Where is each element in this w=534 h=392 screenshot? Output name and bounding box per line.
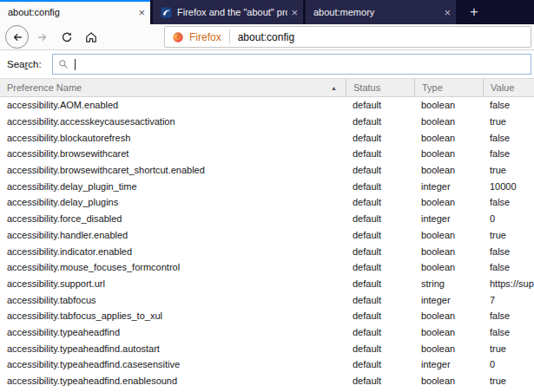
pref-status-cell: default: [346, 246, 414, 257]
search-label: Search:: [7, 59, 42, 69]
tab-1[interactable]: about:config×: [0, 0, 150, 24]
column-label: Status: [353, 82, 380, 93]
forward-arrow-icon: [36, 31, 49, 43]
tab-title: about:config: [8, 1, 135, 23]
pref-value-cell: true: [483, 116, 534, 127]
pref-name-cell: accessibility.support.url: [0, 278, 346, 289]
pref-name-cell: accessibility.force_disabled: [0, 213, 346, 224]
table-row[interactable]: accessibility.typeaheadfind.casesensitiv…: [0, 356, 534, 373]
firefox-article-icon: [161, 7, 172, 18]
table-row[interactable]: accessibility.mouse_focuses_formcontrol …: [0, 259, 534, 276]
pref-status-cell: default: [346, 197, 414, 207]
table-row[interactable]: accessibility.blockautorefresh default b…: [0, 129, 534, 146]
pref-type-cell: boolean: [414, 197, 483, 207]
pref-value-cell: 0: [483, 359, 534, 369]
pref-status-cell: default: [346, 295, 414, 305]
pref-status-cell: default: [346, 343, 414, 354]
pref-value-cell: false: [483, 327, 534, 337]
tab-2[interactable]: Firefox and the "about" protoc×: [153, 0, 303, 24]
table-row[interactable]: accessibility.browsewithcaret default bo…: [0, 146, 534, 162]
column-label: Preference Name: [7, 82, 82, 93]
tab-close-icon[interactable]: ×: [291, 7, 298, 18]
tab-close-icon[interactable]: ×: [444, 7, 451, 18]
table-row[interactable]: accessibility.AOM.enabled default boolea…: [0, 97, 534, 114]
pref-value-cell: false: [483, 133, 534, 143]
pref-type-cell: boolean: [414, 148, 483, 159]
pref-name-cell: accessibility.browsewithcaret: [0, 148, 346, 159]
table-row[interactable]: accessibility.browsewithcaret_shortcut.e…: [0, 162, 534, 179]
pref-type-cell: integer: [414, 213, 483, 224]
pref-type-cell: boolean: [414, 343, 483, 354]
pref-type-cell: boolean: [414, 376, 483, 386]
pref-type-cell: boolean: [414, 116, 483, 127]
url-text[interactable]: about:config: [230, 31, 294, 43]
pref-status-cell: default: [346, 327, 414, 337]
pref-status-cell: default: [346, 230, 414, 240]
pref-status-cell: default: [346, 100, 414, 110]
column-header-type[interactable]: Type: [414, 79, 483, 96]
pref-status-cell: default: [346, 359, 414, 369]
table-row[interactable]: accessibility.typeaheadfind.autostart de…: [0, 340, 534, 356]
magnifier-icon: [58, 59, 69, 69]
table-row[interactable]: accessibility.accesskeycausesactivation …: [0, 114, 534, 130]
tab-bar: about:config×Firefox and the "about" pro…: [0, 0, 534, 24]
pref-type-cell: boolean: [414, 327, 483, 337]
pref-name-cell: accessibility.AOM.enabled: [0, 100, 346, 110]
table-row[interactable]: accessibility.delay_plugin_time default …: [0, 178, 534, 194]
table-row[interactable]: accessibility.handler.enabled default bo…: [0, 227, 534, 244]
pref-status-cell: default: [346, 116, 414, 127]
pref-name-cell: accessibility.blockautorefresh: [0, 133, 346, 143]
pref-type-cell: boolean: [414, 246, 483, 257]
table-row[interactable]: accessibility.tabfocus_applies_to_xul de…: [0, 308, 534, 324]
pref-name-cell: accessibility.handler.enabled: [0, 230, 346, 240]
pref-status-cell: default: [346, 133, 414, 143]
tab-3[interactable]: about:memory×: [306, 0, 456, 24]
pref-value-cell: true: [483, 376, 534, 386]
tab-close-icon[interactable]: ×: [138, 7, 145, 18]
search-input[interactable]: [52, 54, 531, 75]
pref-type-cell: boolean: [414, 262, 483, 272]
pref-type-cell: integer: [414, 359, 483, 369]
new-tab-button[interactable]: +: [461, 0, 487, 24]
pref-type-cell: integer: [414, 181, 483, 192]
pref-type-cell: boolean: [414, 165, 483, 175]
table-row[interactable]: accessibility.force_disabled default int…: [0, 211, 534, 227]
forward-button[interactable]: [32, 27, 53, 48]
pref-type-cell: boolean: [414, 230, 483, 240]
back-button[interactable]: [5, 25, 29, 49]
table-row[interactable]: accessibility.tabfocus default integer 7: [0, 291, 534, 308]
column-header-status[interactable]: Status: [346, 79, 414, 96]
home-button[interactable]: [81, 27, 102, 48]
identity-label: Firefox: [189, 31, 221, 43]
pref-name-cell: accessibility.typeaheadfind.enablesound: [0, 376, 346, 386]
table-row[interactable]: accessibility.typeaheadfind.enabletimeou…: [0, 389, 534, 392]
pref-status-cell: default: [346, 376, 414, 386]
pref-name-cell: accessibility.typeaheadfind.casesensitiv…: [0, 359, 346, 369]
pref-type-cell: boolean: [414, 100, 483, 110]
column-header-preference-name[interactable]: Preference Name ▲: [0, 79, 346, 96]
pref-name-cell: accessibility.typeaheadfind.autostart: [0, 343, 346, 354]
address-bar[interactable]: Firefox about:config: [164, 26, 531, 48]
column-label: Value: [491, 82, 514, 93]
pref-value-cell: 0: [483, 213, 534, 224]
table-row[interactable]: accessibility.delay_plugins default bool…: [0, 194, 534, 211]
back-arrow-icon: [11, 31, 23, 43]
pref-status-cell: default: [346, 278, 414, 289]
pref-name-cell: accessibility.indicator.enabled: [0, 246, 346, 257]
pref-type-cell: integer: [414, 295, 483, 305]
table-row[interactable]: accessibility.support.url default string…: [0, 276, 534, 292]
identity-box[interactable]: Firefox: [165, 27, 229, 47]
pref-value-cell: false: [483, 262, 534, 272]
pref-name-cell: accessibility.mouse_focuses_formcontrol: [0, 262, 346, 272]
table-row[interactable]: accessibility.typeaheadfind.enablesound …: [0, 373, 534, 389]
pref-value-cell: true: [483, 343, 534, 354]
text-caret: [75, 59, 76, 70]
pref-name-cell: accessibility.delay_plugins: [0, 197, 346, 207]
pref-type-cell: string: [414, 278, 483, 289]
pref-status-cell: default: [346, 181, 414, 192]
column-header-value[interactable]: Value: [483, 79, 534, 96]
table-row[interactable]: accessibility.typeaheadfind default bool…: [0, 324, 534, 341]
reload-button[interactable]: [56, 27, 77, 48]
sort-ascending-icon: ▲: [331, 85, 337, 91]
table-row[interactable]: accessibility.indicator.enabled default …: [0, 243, 534, 259]
